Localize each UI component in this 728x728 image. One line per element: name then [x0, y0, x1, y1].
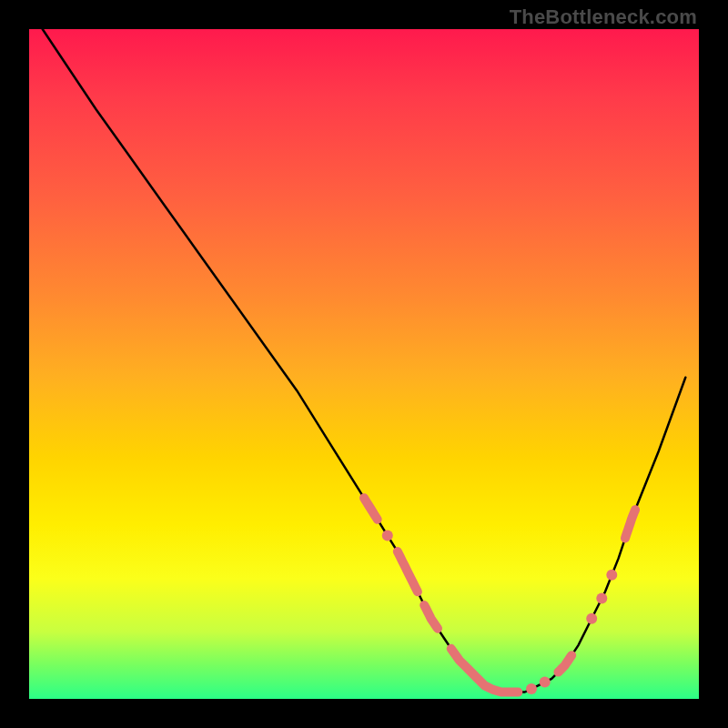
chart-frame: TheBottleneck.com: [0, 0, 728, 728]
chart-markers: [364, 498, 635, 694]
marker-segment: [451, 649, 519, 693]
chart-plot-area: [29, 29, 699, 699]
marker-segment: [398, 551, 418, 592]
marker-dot: [540, 677, 551, 688]
chart-svg: [29, 29, 699, 699]
marker-segment: [424, 605, 438, 629]
marker-segment: [364, 498, 378, 520]
bottleneck-curve: [43, 29, 686, 693]
marker-segment: [558, 655, 571, 672]
marker-dot: [526, 683, 537, 694]
watermark-text: TheBottleneck.com: [510, 5, 697, 29]
marker-dot: [596, 593, 607, 604]
marker-dot: [586, 613, 597, 624]
marker-dot: [606, 570, 617, 581]
marker-segment: [625, 510, 635, 538]
marker-dot: [382, 530, 393, 541]
